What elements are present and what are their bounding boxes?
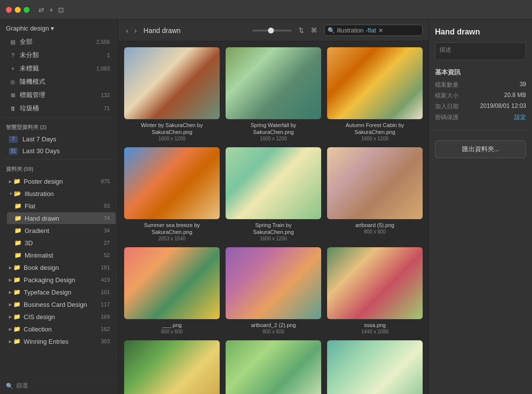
maximize-button[interactable]	[24, 7, 30, 13]
size-slider[interactable]	[252, 30, 292, 32]
folder-count-typeface: 101	[101, 289, 110, 295]
image-dim-winter: 1600 x 1200	[158, 136, 185, 141]
description-field[interactable]: 描述	[435, 42, 526, 60]
add-icon[interactable]: +	[49, 6, 53, 14]
file-count-value: 39	[520, 81, 526, 89]
folder-item-flat[interactable]: 📁 Flat 93	[7, 200, 116, 212]
folder-item-bookdesign[interactable]: ▶ 📁 Book design 181	[2, 262, 116, 273]
main-layout: Graphic design ▾ ▤ 全部 2,556 ? 未分類 1 × 未標…	[0, 20, 532, 394]
thumbnail-cards2	[327, 340, 423, 394]
sidebar-search[interactable]: 🔍 篩選	[6, 382, 112, 390]
sidebar: Graphic design ▾ ▤ 全部 2,556 ? 未分類 1 × 未標…	[0, 20, 118, 394]
forward-button[interactable]: ›	[133, 26, 139, 35]
folder-label-illustration: Illustration	[25, 190, 108, 197]
grid-item-artboard5[interactable]: artboard (5).png 800 x 600	[327, 147, 423, 241]
thumbnail-sssa	[327, 247, 423, 319]
file-size-row: 檔案大小 20.8 MB	[435, 92, 526, 100]
image-label-spring-waterfall: Spring Waterfall bySakuraChen.png	[251, 122, 297, 136]
tri-icon-typeface: ▶	[9, 290, 12, 295]
item-label-all: 全部	[20, 37, 94, 46]
smart-icon-last30: 31	[9, 148, 18, 155]
sidebar-item-untagged[interactable]: × 未標籤 1,083	[2, 62, 116, 75]
folder-label-handdrawn: Hand drawn	[25, 215, 102, 222]
grid-item-artboard2[interactable]: artboard_2 (2).png 800 x 600	[226, 247, 321, 334]
date-label: 加入日期	[435, 102, 459, 111]
thumbnail-cards1	[226, 340, 321, 394]
item-label-random: 隨機模式	[20, 77, 108, 86]
grid-item-spring-waterfall[interactable]: Spring Waterfall bySakuraChen.png 1600 x…	[226, 47, 321, 141]
folder-item-poster[interactable]: ▶ 📁 Poster design 875	[2, 175, 116, 187]
folder-item-illustration[interactable]: ▼ 📂 Illustration	[2, 188, 116, 199]
close-button[interactable]	[6, 7, 12, 13]
right-panel: Hand drawn 描述 基本資訊 檔案數量 39 檔案大小 20.8 MB …	[429, 20, 532, 394]
sidebar-item-tagmanage[interactable]: ⊠ 標籤管理 132	[2, 89, 116, 101]
search-box[interactable]: 🔍 illustration -flat ✕	[324, 25, 423, 36]
folder-label-3d: 3D	[25, 239, 102, 247]
tri-icon-illustration: ▼	[9, 192, 13, 196]
smart-item-last7[interactable]: 7 Last 7 Days	[2, 133, 116, 145]
sidebar-bottom: 🔍 篩選	[0, 377, 118, 394]
traffic-lights	[6, 7, 30, 13]
smart-item-last30[interactable]: 31 Last 30 Days	[2, 145, 116, 157]
swap-icon[interactable]: ⇄	[38, 6, 44, 14]
file-size-label: 檔案大小	[435, 92, 459, 100]
search-clear-button[interactable]: ✕	[378, 27, 383, 34]
grid-item-monkey[interactable]: ___.png 800 x 600	[124, 247, 220, 334]
folder-item-3d[interactable]: 📁 3D 27	[7, 237, 116, 249]
folder-count-bizcard: 117	[101, 301, 110, 307]
item-icon-uncategorized: ?	[9, 51, 17, 59]
smart-section-title: 智慧型資料夾 (2)	[0, 120, 118, 133]
item-icon-tagmanage: ⊠	[9, 91, 17, 99]
folder-count-bookdesign: 181	[101, 264, 110, 270]
file-count-label: 檔案數量	[435, 81, 459, 89]
grid-item-cards1[interactable]: cards with	[226, 340, 321, 394]
folder-item-typeface[interactable]: ▶ 📁 Typeface Design 101	[2, 286, 116, 298]
grid-item-sssa[interactable]: sssa.png 1440 x 1080	[327, 247, 423, 334]
sidebar-item-trash[interactable]: 🗑 垃圾桶 71	[2, 102, 116, 115]
folder-item-packaging[interactable]: ▶ 📁 Packaging Design 419	[2, 274, 116, 286]
folder-item-handdrawn[interactable]: 📁 Hand drawn 74	[7, 212, 116, 224]
folder-label-collection: Collection	[24, 326, 99, 333]
grid-item-winter[interactable]: Winter by SakuraChen bySakuraChen.png 16…	[124, 47, 220, 141]
smart-icon-last7: 7	[9, 136, 18, 143]
image-dim-monkey: 800 x 600	[161, 329, 183, 334]
tri-icon-packaging: ▶	[9, 278, 12, 282]
folder-item-collection[interactable]: ▶ 📁 Collection 162	[2, 323, 116, 335]
sidebar-header[interactable]: Graphic design ▾	[0, 20, 118, 35]
sidebar-item-all[interactable]: ▤ 全部 2,556	[2, 35, 116, 48]
folder-item-cis[interactable]: ▶ 📁 CIS design 169	[2, 311, 116, 323]
filter-button[interactable]: ⌘	[309, 26, 319, 35]
password-set-link[interactable]: 設定	[514, 113, 526, 122]
minimize-button[interactable]	[15, 7, 21, 13]
divider-2	[4, 159, 114, 160]
folder-icon-winning: 📁	[13, 337, 21, 345]
grid-item-spring-train[interactable]: Spring Train bySakuraChen.png 1600 x 120…	[226, 147, 321, 241]
folder-count-packaging: 419	[101, 277, 110, 283]
folder-item-bizcard[interactable]: ▶ 📁 Business Card Design 117	[2, 298, 116, 310]
sidebar-title-arrow: ▾	[51, 25, 54, 32]
sidebar-item-uncategorized[interactable]: ? 未分類 1	[2, 49, 116, 62]
folder-item-winning[interactable]: ▶ 📁 Winning Entries 303	[2, 335, 116, 347]
grid-item-autumn[interactable]: Autumn Forest Cabin bySakuraChen.png 160…	[327, 47, 423, 141]
layout-icon[interactable]: ⊡	[58, 6, 64, 14]
grid-item-cards2[interactable]: cards with	[327, 340, 423, 394]
tri-icon-cis: ▶	[9, 315, 12, 319]
grid-item-summer[interactable]: Summer sea breeze bySakuraChen.png 2053 …	[124, 147, 220, 241]
slider-container	[252, 30, 292, 32]
thumbnail-img23	[124, 340, 220, 394]
folder-label-packaging: Packaging Design	[24, 276, 99, 284]
folder-count-minimalist: 52	[104, 252, 110, 258]
sort-button[interactable]: ⇅	[297, 26, 306, 35]
folder-icon-collection: 📁	[13, 325, 21, 333]
grid-item-img23[interactable]: 23.png	[124, 340, 220, 394]
image-dim-artboard2: 800 x 600	[263, 329, 284, 334]
folder-item-gradient[interactable]: 📁 Gradient 34	[7, 225, 116, 236]
thumbnail-monkey	[124, 247, 220, 319]
export-button[interactable]: 匯出資料夾...	[435, 140, 526, 158]
folder-icon-flat: 📁	[14, 202, 22, 210]
item-label-untagged: 未標籤	[20, 64, 94, 73]
back-button[interactable]: ‹	[124, 26, 131, 35]
folder-icon-3d: 📁	[14, 239, 22, 247]
sidebar-item-random[interactable]: ◎ 隨機模式	[2, 75, 116, 88]
folder-item-minimalist[interactable]: 📁 Minimalist 52	[7, 249, 116, 261]
